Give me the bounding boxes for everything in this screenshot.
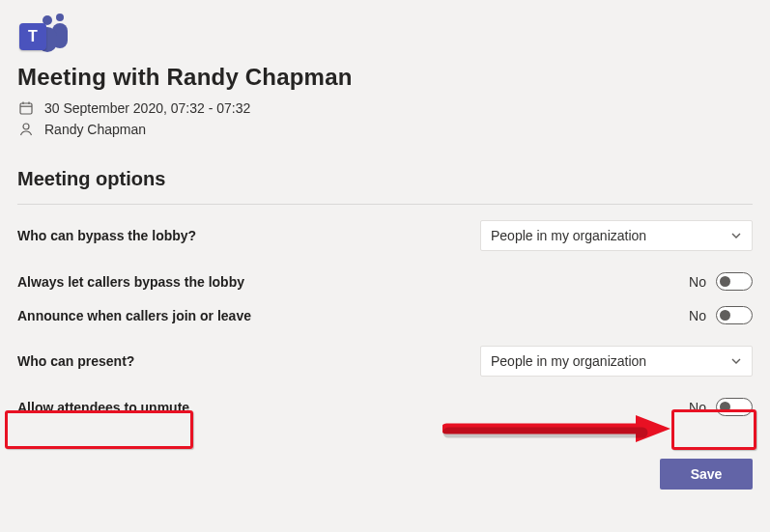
select-value-who-can-present: People in my organization xyxy=(491,353,646,369)
teams-app-icon: T xyxy=(17,14,70,56)
svg-point-4 xyxy=(23,124,29,129)
option-row-callers-bypass: Always let callers bypass the lobby No xyxy=(17,265,753,298)
toggle-allow-unmute[interactable] xyxy=(716,398,753,416)
chevron-down-icon xyxy=(730,230,742,241)
toggle-callers-bypass[interactable] xyxy=(716,272,753,291)
toggle-text-allow-unmute: No xyxy=(689,400,706,415)
meeting-organizer-row: Randy Chapman xyxy=(17,122,753,137)
person-icon xyxy=(17,122,35,137)
option-label-bypass-lobby: Who can bypass the lobby? xyxy=(17,228,196,243)
option-row-allow-unmute: Allow attendees to unmute No xyxy=(17,390,753,424)
meeting-datetime: 30 September 2020, 07:32 - 07:32 xyxy=(44,100,250,116)
select-bypass-lobby[interactable]: People in my organization xyxy=(480,220,753,251)
meeting-title: Meeting with Randy Chapman xyxy=(17,64,753,91)
chevron-down-icon xyxy=(730,355,742,367)
calendar-icon xyxy=(17,100,35,116)
option-label-announce: Announce when callers join or leave xyxy=(17,308,251,323)
section-title: Meeting options xyxy=(17,168,753,190)
option-row-announce: Announce when callers join or leave No xyxy=(17,298,753,332)
option-row-bypass-lobby: Who can bypass the lobby? People in my o… xyxy=(17,207,753,265)
save-button[interactable]: Save xyxy=(660,459,753,490)
option-label-allow-unmute: Allow attendees to unmute xyxy=(17,400,189,415)
option-label-who-can-present: Who can present? xyxy=(17,353,134,369)
option-label-callers-bypass: Always let callers bypass the lobby xyxy=(17,274,244,290)
teams-tile-letter: T xyxy=(19,23,46,50)
meeting-organizer: Randy Chapman xyxy=(44,122,146,137)
meeting-datetime-row: 30 September 2020, 07:32 - 07:32 xyxy=(17,100,753,116)
toggle-announce[interactable] xyxy=(716,306,753,324)
select-value-bypass-lobby: People in my organization xyxy=(491,228,646,243)
select-who-can-present[interactable]: People in my organization xyxy=(480,346,753,377)
svg-rect-0 xyxy=(20,103,32,114)
toggle-text-callers-bypass: No xyxy=(689,274,706,290)
toggle-text-announce: No xyxy=(689,308,706,323)
option-row-who-can-present: Who can present? People in my organizati… xyxy=(17,332,753,390)
divider xyxy=(17,204,753,205)
